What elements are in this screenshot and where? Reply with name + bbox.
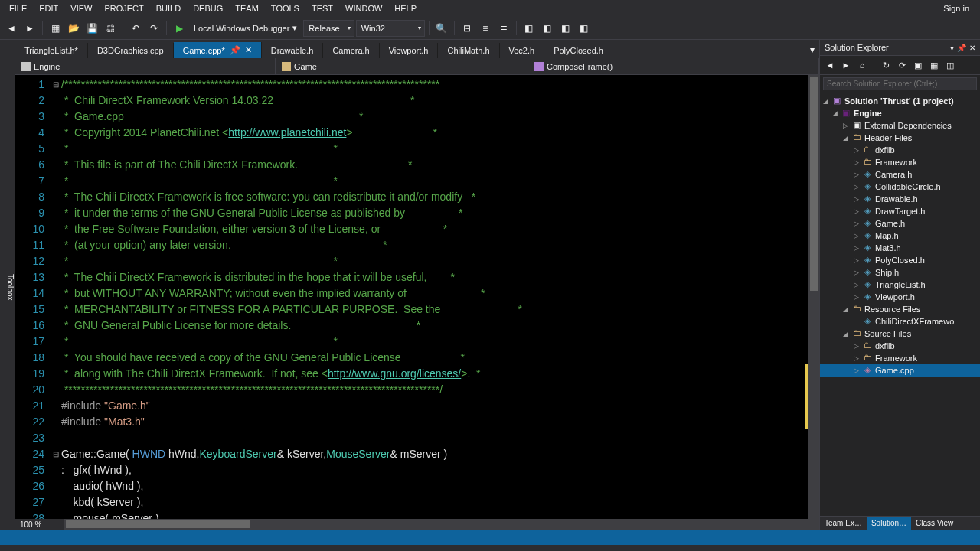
tree-item[interactable]: ▷◈Map.h — [820, 230, 980, 242]
next-bookmark-icon[interactable]: ◧ — [557, 20, 574, 37]
tree-item[interactable]: ▷🗀Framework — [820, 156, 980, 168]
open-icon[interactable]: 📂 — [65, 20, 82, 37]
new-project-icon[interactable]: ▦ — [47, 20, 64, 37]
tree-item[interactable]: ▷◈Ship.h — [820, 266, 980, 279]
panel-tab[interactable]: Team Ex… — [820, 517, 867, 530]
comment-icon[interactable]: ⊟ — [459, 20, 475, 37]
menu-view[interactable]: VIEW — [64, 2, 98, 15]
indent-icon[interactable]: ≡ — [477, 20, 494, 37]
tree-item[interactable]: ▷◈DrawTarget.h — [820, 205, 980, 217]
tree-item[interactable]: ◢▣Engine — [820, 107, 980, 119]
document-tab[interactable]: PolyClosed.h — [544, 43, 613, 58]
collapse-icon[interactable]: ▣ — [911, 58, 925, 72]
nav-back-icon[interactable]: ◄ — [3, 20, 20, 37]
vertical-scrollbar[interactable] — [808, 75, 819, 519]
solution-toolbar: ◄ ► ⌂ ↻ ⟳ ▣ ▦ ◫ — [820, 56, 980, 75]
panel-tab[interactable]: Solution… — [867, 517, 911, 530]
save-all-icon[interactable]: ⿻ — [102, 20, 119, 37]
clear-bookmark-icon[interactable]: ◧ — [576, 20, 593, 37]
tree-item[interactable]: ▷◈TriangleList.h — [820, 279, 980, 291]
tree-item[interactable]: ▷◈Game.cpp — [820, 364, 980, 377]
home-icon[interactable]: ⌂ — [855, 58, 869, 72]
tree-item[interactable]: ▷◈Mat3.h — [820, 242, 980, 254]
signin-link[interactable]: Sign in — [936, 2, 977, 15]
redo-icon[interactable]: ↷ — [145, 20, 162, 37]
tree-item[interactable]: ▷🗀dxflib — [820, 340, 980, 352]
nav-fwd-icon[interactable]: ► — [21, 20, 38, 37]
menu-edit[interactable]: EDIT — [33, 2, 64, 15]
tab-pin-icon[interactable]: 📌 — [230, 45, 240, 55]
back-icon[interactable]: ◄ — [823, 58, 837, 72]
zoom-level[interactable]: 100 % — [15, 519, 64, 530]
tree-item[interactable]: ◈ChiliDirectXFramewo — [820, 315, 980, 328]
menu-window[interactable]: WINDOW — [339, 2, 388, 15]
tree-item[interactable]: ◢🗀Header Files — [820, 132, 980, 144]
menu-build[interactable]: BUILD — [150, 2, 187, 15]
debug-target-dropdown[interactable]: Local Windows Debugger ▾ — [189, 21, 302, 34]
fold-gutter[interactable]: ⊟⊟ — [51, 75, 61, 519]
tree-item[interactable]: ▷◈PolyClosed.h — [820, 254, 980, 266]
tree-item[interactable]: ▷🗀dxflib — [820, 144, 980, 156]
menu-debug[interactable]: DEBUG — [187, 2, 229, 15]
menu-project[interactable]: PROJECT — [98, 2, 149, 15]
tab-close-icon[interactable]: ✕ — [245, 45, 252, 55]
document-tabs: TriangleList.h*D3DGraphics.cppGame.cpp*📌… — [15, 40, 819, 58]
tree-item[interactable]: ▷◈Viewport.h — [820, 291, 980, 303]
document-tab[interactable]: Viewport.h — [380, 43, 439, 58]
line-number-gutter: 1234567891011121314151617181920212223242… — [15, 75, 51, 519]
panel-tab[interactable]: Class View — [911, 517, 958, 530]
tabs-overflow-icon[interactable]: ▾ — [805, 41, 819, 58]
panel-dropdown-icon[interactable]: ▾ — [950, 44, 954, 52]
tree-item[interactable]: ▷◈Camera.h — [820, 168, 980, 181]
document-tab[interactable]: Camera.h — [323, 43, 379, 58]
save-icon[interactable]: 💾 — [83, 20, 100, 37]
menu-help[interactable]: HELP — [388, 2, 423, 15]
find-icon[interactable]: 🔍 — [433, 20, 450, 37]
tree-item[interactable]: ◢🗀Resource Files — [820, 303, 980, 315]
code-editor[interactable]: 1234567891011121314151617181920212223242… — [15, 75, 819, 519]
solution-search-input[interactable] — [823, 77, 977, 90]
bookmark-icon[interactable]: ◧ — [521, 20, 537, 37]
nav-class-dropdown[interactable]: Game — [276, 58, 528, 74]
toolbox-tab[interactable]: Toolbox — [0, 40, 15, 530]
tree-item[interactable]: ◢▣Solution 'Thrust' (1 project) — [820, 95, 980, 107]
undo-icon[interactable]: ↶ — [127, 20, 144, 37]
navigation-bar: Engine Game ComposeFrame() — [15, 58, 819, 75]
show-all-icon[interactable]: ▦ — [927, 58, 941, 72]
document-tab[interactable]: D3DGraphics.cpp — [88, 43, 174, 58]
outdent-icon[interactable]: ≣ — [495, 20, 512, 37]
horizontal-scrollbar[interactable]: 100 % — [15, 519, 819, 530]
solution-explorer-panel: Solution Explorer ▾ 📌 ✕ ◄ ► ⌂ ↻ ⟳ ▣ ▦ ◫ … — [819, 40, 980, 530]
panel-pin-icon[interactable]: 📌 — [957, 44, 966, 52]
menu-team[interactable]: TEAM — [229, 2, 265, 15]
document-tab[interactable]: ChiliMath.h — [438, 43, 499, 58]
code-content[interactable]: /***************************************… — [61, 75, 805, 519]
properties-icon[interactable]: ◫ — [943, 58, 957, 72]
menu-tools[interactable]: TOOLS — [265, 2, 305, 15]
tree-item[interactable]: ▷▣External Dependencies — [820, 119, 980, 132]
fwd-icon[interactable]: ► — [839, 58, 853, 72]
refresh-icon[interactable]: ⟳ — [895, 58, 909, 72]
platform-dropdown[interactable]: Win32 — [356, 20, 425, 37]
debug-start-icon[interactable]: ▶ — [171, 20, 188, 37]
tree-item[interactable]: ▷◈Drawable.h — [820, 193, 980, 205]
document-tab[interactable]: Vec2.h — [500, 43, 545, 58]
tree-item[interactable]: ▷🗀Framework — [820, 352, 980, 364]
document-tab[interactable]: Drawable.h — [262, 43, 324, 58]
menubar: FILEEDITVIEWPROJECTBUILDDEBUGTEAMTOOLSTE… — [0, 0, 980, 17]
document-tab[interactable]: TriangleList.h* — [15, 43, 88, 58]
nav-member-dropdown[interactable]: ComposeFrame() — [528, 58, 819, 74]
document-tab[interactable]: Game.cpp*📌✕ — [174, 42, 262, 58]
prev-bookmark-icon[interactable]: ◧ — [539, 20, 556, 37]
menu-file[interactable]: FILE — [3, 2, 33, 15]
tree-item[interactable]: ▷◈Game.h — [820, 217, 980, 230]
status-bar — [0, 530, 980, 545]
tree-item[interactable]: ▷◈CollidableCircle.h — [820, 181, 980, 193]
solution-tree[interactable]: ◢▣Solution 'Thrust' (1 project)◢▣Engine▷… — [820, 93, 980, 516]
menu-test[interactable]: TEST — [305, 2, 339, 15]
sync-icon[interactable]: ↻ — [879, 58, 893, 72]
config-dropdown[interactable]: Release — [303, 20, 354, 37]
panel-close-icon[interactable]: ✕ — [969, 44, 975, 52]
tree-item[interactable]: ◢🗀Source Files — [820, 328, 980, 340]
nav-scope-dropdown[interactable]: Engine — [15, 58, 276, 74]
